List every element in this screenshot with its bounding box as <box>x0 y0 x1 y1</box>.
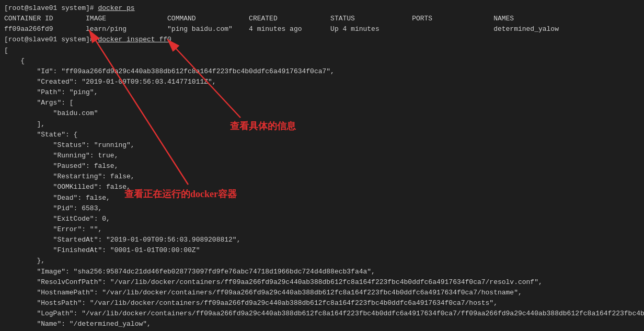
json-status: "Status": "running", <box>4 140 640 151</box>
json-exitcode: "ExitCode": 0, <box>4 214 640 224</box>
json-dead: "Dead": false, <box>4 193 640 203</box>
json-state-close: }, <box>4 256 640 266</box>
ps-header: CONTAINER ID IMAGE COMMAND CREATED STATU… <box>4 14 640 24</box>
json-startedat: "StartedAt": "2019-01-09T09:56:03.908920… <box>4 235 640 245</box>
json-image: "Image": "sha256:95874dc21dd46feb0287730… <box>4 267 640 277</box>
json-error: "Error": "", <box>4 224 640 235</box>
json-resolvconf: "ResolvConfPath": "/var/lib/docker/conta… <box>4 277 640 288</box>
docker-ps-cmd: docker ps <box>98 4 134 12</box>
json-hosts: "HostsPath": "/var/lib/docker/containers… <box>4 298 640 309</box>
command-line-2: [root@slave01 system]# docker inspect ff… <box>4 35 640 45</box>
json-finishedat: "FinishedAt": "0001-01-01T00:00:00Z" <box>4 245 640 256</box>
json-baidu: "baidu.com" <box>4 108 640 119</box>
json-args-close: ], <box>4 119 640 130</box>
prompt-2: [root@slave01 system]# <box>4 36 98 43</box>
json-oomkilled: "OOMKilled": false, <box>4 182 640 192</box>
json-paused: "Paused": false, <box>4 161 640 172</box>
json-hostname: "HostnamePath": "/var/lib/docker/contain… <box>4 288 640 298</box>
annotation-running-container: 查看正在运行的docker容器 <box>124 187 237 202</box>
json-bracket-open: [ <box>4 45 640 56</box>
docker-inspect-cmd: docker inspect ff0 <box>98 36 171 43</box>
json-args: "Args": [ <box>4 98 640 108</box>
json-running: "Running": true, <box>4 151 640 161</box>
json-path: "Path": "ping", <box>4 87 640 98</box>
command-line-1: [root@slave01 system]# docker ps <box>4 3 640 14</box>
json-state: "State": { <box>4 130 640 140</box>
json-obj-open: { <box>4 56 640 66</box>
terminal: [root@slave01 system]# docker ps CONTAIN… <box>0 0 644 331</box>
json-logpath: "LogPath": "/var/lib/docker/containers/f… <box>4 309 640 319</box>
container-row: ff09aa266fd9 learn/ping "ping baidu.com"… <box>4 24 640 35</box>
json-restarting: "Restarting": false, <box>4 172 640 182</box>
json-pid: "Pid": 6583, <box>4 203 640 214</box>
prompt-1: [root@slave01 system]# <box>4 4 98 12</box>
annotation-detail-info: 查看具体的信息 <box>230 119 296 134</box>
json-created: "Created": "2019-01-09T09:56:03.41477101… <box>4 77 640 87</box>
json-name: "Name": "/determined_yalow", <box>4 319 640 329</box>
json-id: "Id": "ff09aa266fd9a29c440ab388db612fc8a… <box>4 66 640 77</box>
